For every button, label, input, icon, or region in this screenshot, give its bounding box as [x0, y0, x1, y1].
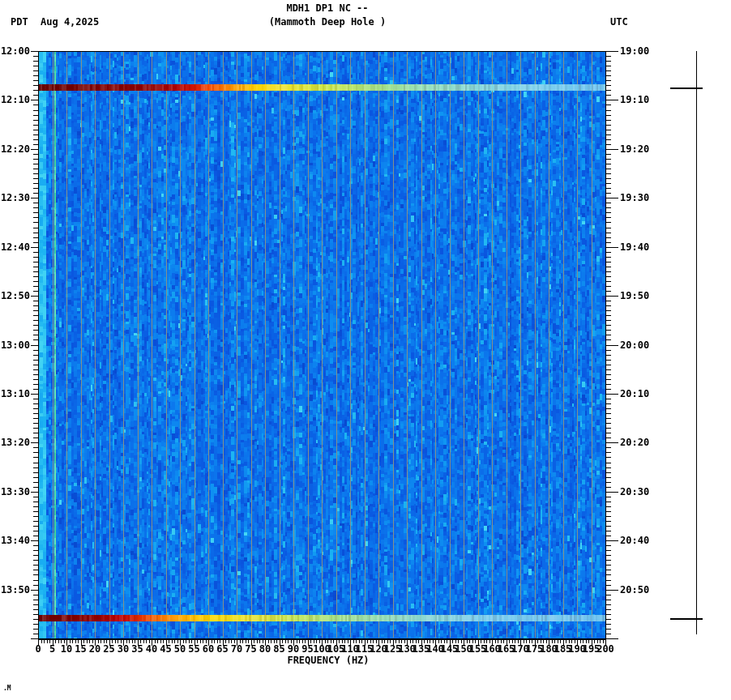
frequency-tick-label: 200: [588, 643, 623, 655]
right-time-label: 19:30: [620, 192, 649, 203]
left-time-label: 13:50: [0, 584, 30, 595]
timezone-left-label: PDT: [11, 16, 28, 28]
left-time-label: 12:50: [0, 290, 30, 301]
right-time-label: 19:40: [620, 241, 649, 253]
right-time-label: 20:40: [620, 535, 649, 546]
corner-glyph: .M: [3, 685, 11, 692]
right-time-label: 20:20: [620, 437, 649, 448]
page-subtitle: (Mammoth Deep Hole ): [84, 16, 571, 28]
page-title: MDH1 DP1 NC --: [84, 2, 571, 14]
right-time-label: 20:50: [620, 584, 649, 595]
spectrogram-page: PDT Aug 4,2025 MDH1 DP1 NC -- (Mammoth D…: [0, 0, 731, 700]
left-time-label: 12:30: [0, 192, 30, 203]
x-axis-title: FREQUENCY (HZ): [45, 655, 612, 666]
left-time-label: 13:20: [0, 437, 30, 448]
left-time-label: 12:20: [0, 143, 30, 155]
right-time-label: 19:10: [620, 94, 649, 105]
left-time-label: 12:40: [0, 241, 30, 253]
right-time-label: 20:30: [620, 486, 649, 497]
left-time-label: 13:00: [0, 339, 30, 351]
left-time-label: 12:00: [0, 45, 30, 57]
left-time-label: 13:30: [0, 486, 30, 497]
right-time-label: 19:00: [620, 45, 649, 57]
left-time-label: 12:10: [0, 94, 30, 105]
timezone-right-label: UTC: [610, 16, 628, 28]
left-time-label: 13:40: [0, 535, 30, 546]
right-time-label: 20:10: [620, 388, 649, 399]
right-time-label: 19:20: [620, 143, 649, 155]
right-time-label: 19:50: [620, 290, 649, 301]
left-time-label: 13:10: [0, 388, 30, 399]
right-time-label: 20:00: [620, 339, 649, 351]
